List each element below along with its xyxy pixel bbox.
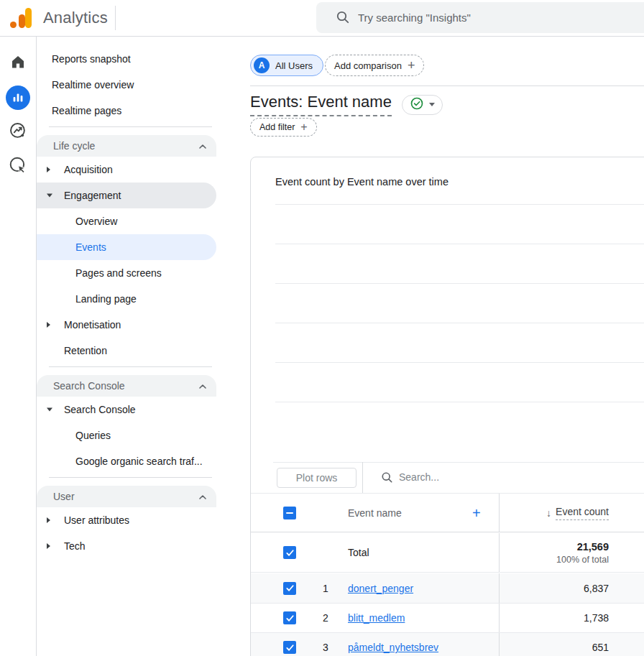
advertising-nav-button[interactable] [0, 149, 36, 184]
reports-nav-button[interactable] [0, 80, 36, 115]
sort-by-event-count[interactable]: ↓ Event count [546, 506, 609, 520]
table-header-row: Event name + ↓ Event count [251, 493, 644, 532]
advertising-icon [9, 156, 27, 177]
expand-arrow-icon [47, 167, 50, 172]
row-checkbox[interactable] [283, 582, 296, 595]
toolbar-divider [362, 462, 363, 493]
total-count-cell: 21,569 100% of total [499, 533, 644, 572]
event-name-link[interactable]: donert_penger [348, 583, 413, 594]
analytics-home-link[interactable]: Analytics [10, 7, 108, 29]
table-search-input[interactable] [399, 466, 600, 488]
events-report-card: Event count by Event name over time Plot… [250, 157, 644, 656]
sidebar-item-retention[interactable]: Retention [37, 338, 216, 364]
add-comparison-button[interactable]: Add comparison + [325, 55, 424, 76]
add-comparison-label: Add comparison [334, 60, 402, 71]
chart-gridline [275, 244, 644, 244]
report-title-row: Events: Event name [250, 93, 443, 116]
sidebar-item-overview[interactable]: Overview [37, 208, 216, 234]
select-all-checkbox[interactable] [283, 507, 296, 519]
report-status-dropdown[interactable] [402, 95, 443, 115]
chevron-down-icon [429, 103, 435, 106]
sidebar-item-realtime-pages[interactable]: Realtime pages [37, 98, 216, 124]
sidebar-item-queries[interactable]: Queries [37, 422, 216, 448]
row-checkbox[interactable] [283, 641, 296, 654]
row-index: 2 [317, 612, 334, 624]
sidebar-item-realtime-overview[interactable]: Realtime overview [37, 72, 216, 98]
check-icon [285, 583, 295, 593]
expand-arrow-icon [47, 543, 50, 549]
sidebar-item-landing-page[interactable]: Landing page [37, 286, 216, 312]
sidebar-item-label: Google organic search traf... [75, 456, 203, 467]
sidebar-item-acquisition[interactable]: Acquisition [37, 157, 216, 183]
explore-nav-button[interactable] [0, 115, 36, 149]
table-row: 1 donert_penger 6,837 [251, 573, 644, 604]
add-column-button[interactable]: + [472, 506, 481, 520]
add-filter-button[interactable]: Add filter + [250, 118, 317, 137]
sidebar-item-label: Overview [75, 216, 117, 227]
sidebar-item-label: Tech [64, 540, 86, 552]
logo-bar-mid [19, 14, 25, 28]
left-icon-rail [0, 37, 37, 656]
topbar-divider [115, 6, 116, 30]
reports-icon [6, 86, 30, 110]
app-title: Analytics [43, 9, 108, 27]
reports-side-nav: Reports snapshot Realtime overview Realt… [37, 37, 216, 656]
plus-icon: + [300, 121, 307, 133]
chart-gridline [275, 402, 644, 402]
add-filter-label: Add filter [259, 122, 295, 132]
all-users-label: All Users [275, 60, 313, 71]
page-title[interactable]: Events: Event name [250, 93, 392, 116]
global-search-bar[interactable] [316, 2, 644, 33]
sort-descending-icon: ↓ [546, 507, 551, 519]
analytics-app: Analytics [0, 0, 644, 656]
sidebar-item-label: Engagement [64, 190, 121, 201]
sidebar-item-pages-and-screens[interactable]: Pages and screens [37, 260, 216, 286]
section-header-user[interactable]: User [37, 486, 216, 507]
row-index: 1 [317, 583, 334, 594]
sidebar-item-label: Monetisation [64, 319, 121, 331]
column-header-event-name: Event name [348, 507, 402, 519]
sidebar-item-google-organic-search[interactable]: Google organic search traf... [37, 448, 216, 474]
sidebar-item-events[interactable]: Events [37, 234, 216, 260]
chart-gridline [275, 283, 644, 284]
chevron-up-icon [198, 142, 207, 153]
event-count: 651 [592, 642, 609, 653]
section-header-label: Life cycle [53, 140, 95, 152]
chevron-up-icon [198, 382, 207, 393]
header-divider [250, 86, 644, 86]
sidebar-item-search-console[interactable]: Search Console [37, 397, 216, 422]
chart-gridline [275, 323, 644, 323]
sidebar-item-reports-snapshot[interactable]: Reports snapshot [37, 46, 216, 72]
sidebar-item-user-attributes[interactable]: User attributes [37, 507, 216, 533]
row-checkbox[interactable] [283, 611, 296, 624]
global-search-input[interactable] [316, 2, 644, 33]
chart-gridline [275, 362, 644, 363]
logo-dot [10, 22, 17, 28]
row-index: 3 [317, 642, 334, 653]
column-header-event-count-cell: ↓ Event count [499, 494, 644, 532]
expand-arrow-icon [47, 517, 50, 523]
plot-rows-button[interactable]: Plot rows [277, 468, 356, 488]
sidebar-item-engagement[interactable]: Engagement [37, 183, 216, 208]
sidebar-item-label: Events [75, 241, 106, 253]
sidebar-item-tech[interactable]: Tech [37, 533, 216, 559]
total-count: 21,569 [577, 541, 609, 553]
search-icon [380, 471, 394, 487]
section-header-search-console[interactable]: Search Console [37, 375, 216, 397]
sidebar-item-label: Acquisition [64, 164, 113, 175]
section-header-life-cycle[interactable]: Life cycle [37, 135, 216, 157]
section-header-label: User [53, 491, 75, 502]
event-count: 1,738 [584, 612, 609, 624]
total-label: Total [348, 547, 369, 558]
sidebar-item-monetisation[interactable]: Monetisation [37, 312, 216, 338]
event-name-link[interactable]: blitt_medlem [348, 612, 405, 624]
home-nav-button[interactable] [0, 46, 36, 80]
table-total-row: Total 21,569 100% of total [251, 533, 644, 573]
event-name-link[interactable]: påmeldt_nyhetsbrev [348, 642, 438, 653]
check-icon [285, 548, 295, 558]
sidebar-divider [49, 126, 212, 127]
total-row-checkbox[interactable] [283, 546, 296, 559]
sidebar-item-label: Realtime overview [52, 79, 134, 91]
all-users-comparison-chip[interactable]: A All Users [250, 55, 323, 76]
chevron-up-icon [198, 492, 207, 504]
